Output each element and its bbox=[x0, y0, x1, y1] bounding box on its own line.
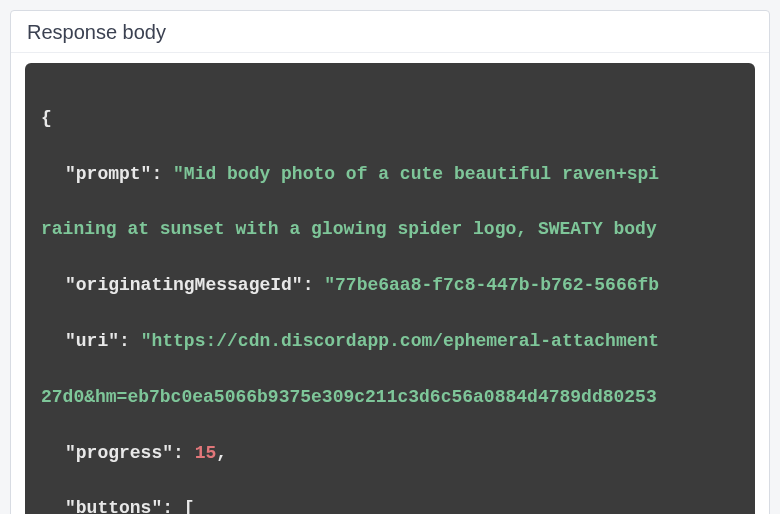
colon: : bbox=[173, 443, 195, 463]
code-line: "uri": "https://cdn.discordapp.com/ephem… bbox=[41, 328, 755, 356]
code-line: "progress": 15, bbox=[41, 440, 755, 468]
colon: : bbox=[162, 498, 184, 514]
json-value-prompt-part2: raining at sunset with a glowing spider … bbox=[41, 219, 657, 239]
json-value-progress: 15 bbox=[195, 443, 217, 463]
json-value-originatingMessageId: "77be6aa8-f7c8-447b-b762-5666fb bbox=[324, 275, 659, 295]
colon: : bbox=[303, 275, 325, 295]
code-line: raining at sunset with a glowing spider … bbox=[41, 216, 755, 244]
code-line: { bbox=[41, 105, 755, 133]
colon: : bbox=[151, 164, 173, 184]
json-key-prompt: "prompt" bbox=[65, 164, 151, 184]
code-line: "buttons": [ bbox=[41, 495, 755, 514]
json-value-uri-part1: "https://cdn.discordapp.com/ephemeral-at… bbox=[141, 331, 659, 351]
code-line: "prompt": "Mid body photo of a cute beau… bbox=[41, 161, 755, 189]
json-key-originatingMessageId: "originatingMessageId" bbox=[65, 275, 303, 295]
panel-title: Response body bbox=[27, 21, 166, 43]
comma: , bbox=[216, 443, 227, 463]
json-key-buttons: "buttons" bbox=[65, 498, 162, 514]
json-code-block: { "prompt": "Mid body photo of a cute be… bbox=[25, 63, 755, 514]
json-key-progress: "progress" bbox=[65, 443, 173, 463]
response-body-panel: Response body { "prompt": "Mid body phot… bbox=[10, 10, 770, 514]
panel-header: Response body bbox=[11, 11, 769, 53]
colon: : bbox=[119, 331, 141, 351]
bracket-open: [ bbox=[184, 498, 195, 514]
json-value-prompt-part1: "Mid body photo of a cute beautiful rave… bbox=[173, 164, 659, 184]
brace-open: { bbox=[41, 108, 52, 128]
code-line: 27d0&hm=eb7bc0ea5066b9375e309c211c3d6c56… bbox=[41, 384, 755, 412]
json-key-uri: "uri" bbox=[65, 331, 119, 351]
code-line: "originatingMessageId": "77be6aa8-f7c8-4… bbox=[41, 272, 755, 300]
json-value-uri-part2: 27d0&hm=eb7bc0ea5066b9375e309c211c3d6c56… bbox=[41, 387, 657, 407]
